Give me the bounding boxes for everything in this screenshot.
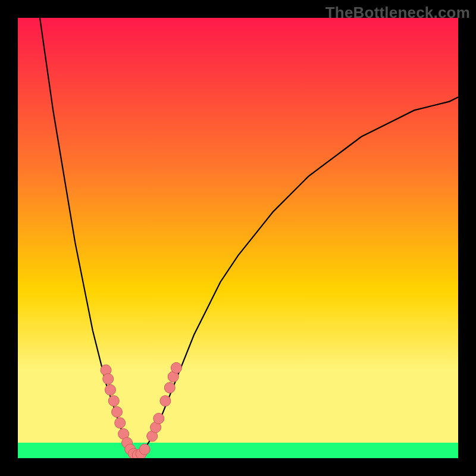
data-dot: [108, 396, 119, 406]
data-dot: [103, 374, 114, 384]
data-dot: [160, 396, 171, 406]
data-dot: [105, 384, 115, 395]
plot-svg: [18, 18, 458, 458]
gradient-background: [18, 18, 458, 458]
data-dot: [112, 406, 123, 417]
data-dot: [139, 444, 150, 455]
data-dot: [164, 383, 175, 393]
data-dot: [154, 413, 164, 424]
data-dot: [171, 362, 181, 373]
plot-area: [18, 18, 458, 458]
chart-frame: TheBottleneck.com: [0, 0, 476, 476]
data-dot: [115, 418, 126, 428]
green-bottom-strip: [18, 443, 458, 458]
